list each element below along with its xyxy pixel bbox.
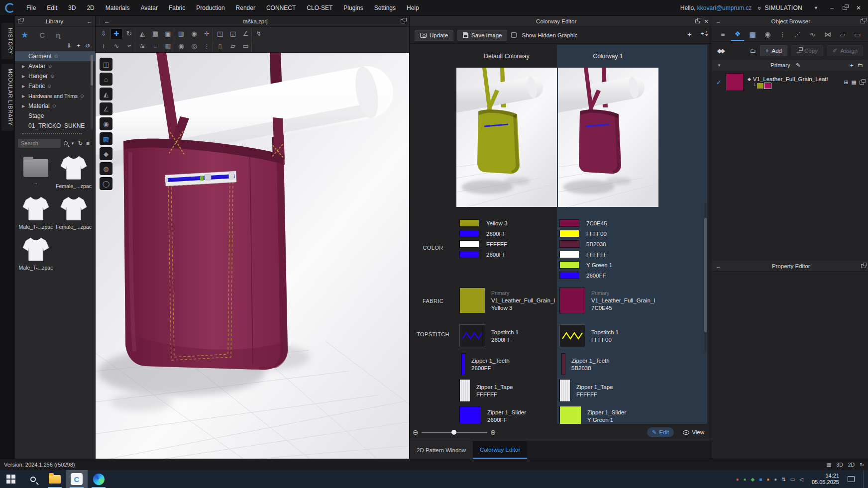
copy-fabric-button[interactable]: Copy: [791, 45, 823, 56]
color-row[interactable]: Y Green 1: [559, 260, 612, 270]
menu-item-avatar[interactable]: Avatar: [135, 0, 163, 16]
tree-item-fabric[interactable]: ▶Fabric⊙: [15, 81, 95, 91]
modular-library-vertical-tab[interactable]: MODULAR LIBRARY: [1, 64, 13, 131]
zoom-out-icon[interactable]: ⊖: [413, 428, 419, 436]
edit-section-pencil-icon[interactable]: ✎: [796, 62, 801, 68]
tab-colorway-editor[interactable]: Colorway Editor: [473, 441, 527, 459]
color-swatch[interactable]: [559, 240, 579, 248]
zipper-tape-row[interactable]: Zipper 1_TapeFFFFFF: [459, 379, 513, 402]
colorway-display-icon[interactable]: ▨: [100, 132, 112, 145]
fabric-item-swatch[interactable]: [726, 73, 744, 91]
tray-volume-icon[interactable]: ◁: [799, 477, 803, 482]
expand-arrow-icon[interactable]: ▶: [22, 74, 26, 79]
color-swatch[interactable]: [459, 240, 479, 248]
menu-item-connect[interactable]: CONNECT: [261, 0, 301, 16]
color-row[interactable]: 2600FF: [559, 270, 606, 281]
item-add-icon[interactable]: ⊞: [844, 79, 848, 86]
add-colorway-button[interactable]: +: [687, 30, 692, 38]
library-dock-icon[interactable]: [18, 19, 22, 23]
simulation-mode-selector[interactable]: » SIMULATION ▼: [759, 4, 818, 11]
zipper-tape-swatch[interactable]: [559, 379, 570, 402]
menu-item-edit[interactable]: Edit: [41, 0, 63, 16]
topstitch-row[interactable]: Topstitch 12600FF: [459, 324, 519, 347]
fold-arrangement-tool-icon[interactable]: ≈: [123, 41, 135, 52]
color-row[interactable]: 7C0E45: [559, 218, 607, 228]
library-add-icon[interactable]: +: [77, 42, 80, 49]
expand-arrow-icon[interactable]: ▶: [22, 94, 26, 98]
colorway-sub-swatch-2[interactable]: [764, 83, 771, 89]
account-greeting[interactable]: Hello, kkovari@umprum.cz: [680, 4, 752, 11]
color-row[interactable]: 2600FF: [459, 249, 506, 260]
close-button[interactable]: ✕: [856, 4, 861, 11]
badge-3d[interactable]: 3D: [836, 462, 843, 468]
colorway-1-preview[interactable]: [558, 67, 658, 207]
menu-item-materials[interactable]: Materials: [100, 0, 135, 16]
property-editor-expand-icon[interactable]: →: [715, 263, 721, 269]
menu-item-settings[interactable]: Settings: [369, 0, 401, 16]
expand-arrow-icon[interactable]: ▶: [22, 84, 26, 89]
tree-item-hardware-and-trims[interactable]: ▶Hardware and Trims⊙: [15, 91, 95, 101]
flatten-tool-icon[interactable]: ◱: [227, 28, 239, 39]
pin-tool-icon[interactable]: ✛: [201, 28, 213, 39]
transparency-tab-icon[interactable]: ▦: [746, 28, 759, 41]
button-tool-icon[interactable]: ◉: [175, 41, 187, 52]
topstitch-row[interactable]: Topstitch 1FFFF00: [559, 324, 619, 347]
color-row[interactable]: FFFFFF: [559, 249, 607, 260]
zipper-slider-row[interactable]: Zipper 1_SliderY Green 1: [559, 406, 626, 426]
zipper-slider-row[interactable]: Zipper 1_Slider2600FF: [459, 406, 526, 426]
simulate-garment-tool-icon[interactable]: ◭: [136, 28, 148, 39]
fabric-item-row[interactable]: ✓ ◆ V1_Leather_Full_Grain_Leather └ ⊞ ▦: [712, 71, 868, 94]
press-tool-icon[interactable]: ▭: [240, 41, 252, 52]
library-collapse-icon[interactable]: ←: [87, 18, 92, 24]
tree-item-clipped[interactable]: [22, 131, 82, 134]
object-browser-dock-icon[interactable]: [861, 19, 865, 23]
section-folder-icon[interactable]: 🗀: [858, 62, 864, 68]
tab-2d-pattern-window[interactable]: 2D Pattern Window: [410, 441, 473, 459]
avatar-tool-icon[interactable]: ◉: [188, 28, 200, 39]
sewing-tab-icon[interactable]: ⋰: [791, 28, 804, 41]
tray-icon-blue[interactable]: ■: [759, 477, 762, 482]
tray-icon-gray[interactable]: ●: [774, 477, 777, 482]
measure-tool-icon[interactable]: ∠: [240, 28, 252, 39]
colorway-dock-icon[interactable]: [695, 19, 700, 23]
library-file-male-t-zpac-2[interactable]: Male_T-...zpac: [17, 235, 55, 271]
section-add-icon[interactable]: +: [850, 62, 854, 68]
unfold-tool-icon[interactable]: ◳: [214, 28, 226, 39]
library-reset-icon[interactable]: ↺: [85, 42, 90, 49]
list-view-icon[interactable]: ≡: [86, 140, 89, 146]
item-texture-icon[interactable]: ▦: [852, 79, 857, 86]
select-move-tool-icon[interactable]: ✚: [110, 28, 122, 39]
tab-colorway-1[interactable]: Colorway 1: [557, 45, 659, 67]
mannequin-display-icon[interactable]: ◍: [100, 162, 112, 175]
puckering-tab-icon[interactable]: ⋈: [821, 28, 834, 41]
collapse-arrow-icon[interactable]: ▼: [717, 63, 721, 68]
zipper-slider-swatch[interactable]: [459, 406, 481, 426]
menu-item-file[interactable]: File: [21, 0, 41, 16]
topstitch-swatch[interactable]: [459, 324, 485, 347]
menu-item-production[interactable]: Production: [191, 0, 230, 16]
menu-item-render[interactable]: Render: [230, 0, 261, 16]
zipper-tool-icon[interactable]: ⋮: [201, 41, 213, 52]
transform-pattern-tool-icon[interactable]: ↻: [123, 28, 135, 39]
minimize-button[interactable]: –: [830, 4, 834, 11]
fabric-row[interactable]: PrimaryV1_Leather_Full_Grain_Leather7C0E…: [559, 288, 655, 313]
pleat-tool-icon[interactable]: ≡: [149, 41, 161, 52]
library-folder-up[interactable]: ..: [17, 153, 55, 189]
account-email[interactable]: kkovari@umprum.cz: [697, 4, 752, 11]
library-file-male-t-zpac[interactable]: Male_T-...zpac: [17, 194, 55, 230]
tree-item-avatar[interactable]: ▶Avatar⊙: [15, 61, 95, 71]
edge-browser-button[interactable]: [88, 470, 109, 488]
mode-dropdown-caret-icon[interactable]: ▼: [814, 5, 818, 10]
trim-tool-icon[interactable]: ▱: [227, 41, 239, 52]
color-swatch[interactable]: [459, 251, 479, 258]
texture-paint-icon[interactable]: ◆: [100, 147, 112, 160]
color-row[interactable]: FFFF00: [559, 228, 607, 239]
fabric-tab-icon[interactable]: ❖: [731, 28, 744, 41]
expand-arrow-icon[interactable]: ▶: [22, 64, 26, 69]
add-fabric-button[interactable]: +Add: [760, 45, 787, 56]
color-swatch[interactable]: [559, 261, 579, 269]
library-tree-scrollbar[interactable]: [91, 55, 93, 129]
import-tool-icon[interactable]: ⇩: [98, 28, 109, 39]
viewport-back-icon[interactable]: ←: [100, 18, 110, 25]
zipper-tape-swatch[interactable]: [459, 379, 470, 402]
